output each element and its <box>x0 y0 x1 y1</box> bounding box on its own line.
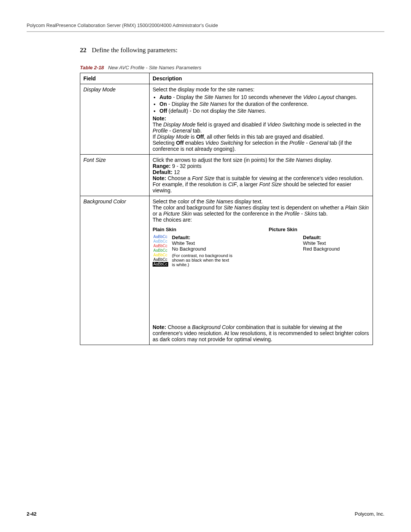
step-instruction: 22 Define the following parameters: <box>80 46 384 54</box>
field-background-color: Background Color <box>80 196 150 345</box>
swatch-icon: AaBbCc <box>153 257 168 262</box>
list-item: On - Display the Site Names for the dura… <box>159 101 370 107</box>
swatch-icon: AaBbCc <box>153 262 168 267</box>
page-number: 2-42 <box>27 511 37 517</box>
desc-background-color: Select the color of the Site Names displ… <box>150 196 373 345</box>
page-footer: 2-42 Polycom, Inc. <box>27 511 384 517</box>
document-page: Polycom RealPresence Collaboration Serve… <box>0 0 411 532</box>
step-text: Define the following parameters: <box>92 46 177 54</box>
field-display-mode: Display Mode <box>80 84 150 155</box>
col-field: Field <box>80 73 150 84</box>
color-swatches: AaBbCc AaBbCc AaBbCc AaBbCc AaBbCc AaBbC… <box>153 235 168 267</box>
footer-company: Polycom, Inc. <box>355 511 384 517</box>
picture-skin-title: Picture Skin <box>269 227 370 232</box>
parameters-table: Field Description Display Mode Select th… <box>80 73 373 345</box>
step-number: 22 <box>80 46 86 54</box>
table-caption: Table 2-18 New AVC Profile - Site Names … <box>80 65 384 70</box>
swatch-icon: AaBbCc <box>153 235 168 239</box>
note-label: Note: <box>153 115 166 121</box>
table-row: Display Mode Select the display mode for… <box>80 84 373 155</box>
table-header-row: Field Description <box>80 73 373 84</box>
bg-note: Note: Choose a Background Color combinat… <box>153 324 370 342</box>
desc-font-size: Click the arrows to adjust the font size… <box>150 155 373 196</box>
swatch-icon: AaBbCc <box>153 248 168 253</box>
bullet-list: Auto - Display the Site Names for 10 sec… <box>159 94 370 114</box>
plain-skin-title: Plain Skin <box>153 227 253 232</box>
list-item: Auto - Display the Site Names for 10 sec… <box>159 94 370 100</box>
caption-title: New AVC Profile - Site Names Parameters <box>105 65 201 70</box>
skin-comparison: Plain Skin AaBbCc AaBbCc AaBbCc AaBbCc A… <box>153 227 370 267</box>
caption-label: Table 2-18 <box>80 65 104 70</box>
contrast-note: (For contrast, no background is shown as… <box>172 253 233 267</box>
swatch-icon: AaBbCc <box>153 244 168 248</box>
table-row: Background Color Select the color of the… <box>80 196 373 345</box>
picture-skin-column: Picture Skin Default: White Text Red Bac… <box>269 227 370 267</box>
field-font-size: Font Size <box>80 155 150 196</box>
list-item: Off (default) - Do not display the Site … <box>159 108 370 114</box>
desc-display-mode: Select the display mode for the site nam… <box>150 84 373 155</box>
running-header: Polycom RealPresence Collaboration Serve… <box>27 23 384 31</box>
plain-skin-column: Plain Skin AaBbCc AaBbCc AaBbCc AaBbCc A… <box>153 227 253 267</box>
table-row: Font Size Click the arrows to adjust the… <box>80 155 373 196</box>
col-description: Description <box>150 73 373 84</box>
swatch-icon: AaBbCc <box>153 239 168 244</box>
header-rule <box>27 31 384 32</box>
swatch-icon: AaBbCc <box>153 253 168 257</box>
